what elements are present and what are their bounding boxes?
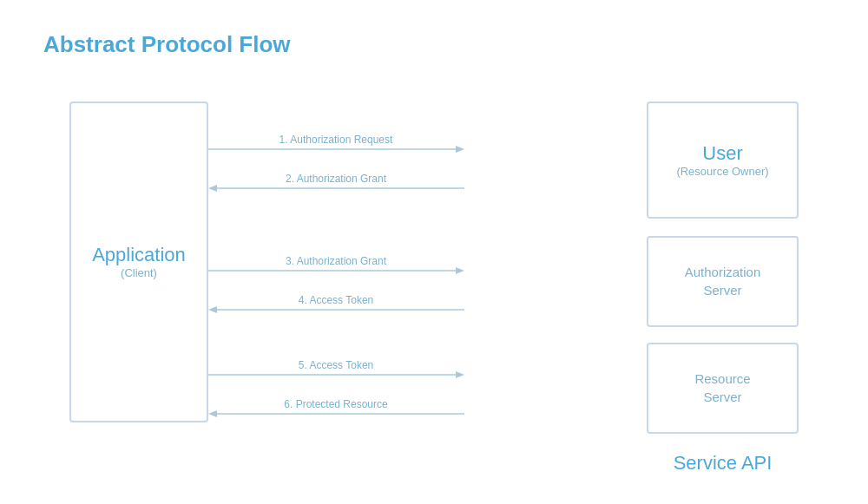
flow-area: Application (Client) User (Resource Owne… <box>35 75 833 475</box>
user-box: User (Resource Owner) <box>647 101 799 219</box>
svg-marker-13 <box>456 371 464 378</box>
arrows-svg: 1. Authorization Request 2. Authorizatio… <box>208 101 612 422</box>
resource-server-label: Resource Server <box>694 370 750 406</box>
svg-marker-16 <box>208 410 217 417</box>
application-label: Application <box>92 244 186 266</box>
svg-text:3. Authorization Grant: 3. Authorization Grant <box>286 255 387 267</box>
svg-marker-1 <box>456 146 464 153</box>
user-label: User <box>702 142 742 165</box>
svg-text:5. Access Token: 5. Access Token <box>299 359 374 371</box>
user-sub-label: (Resource Owner) <box>676 165 768 178</box>
page-title: Abstract Protocol Flow <box>43 31 833 58</box>
svg-text:1. Authorization Request: 1. Authorization Request <box>279 134 393 146</box>
application-sub-label: (Client) <box>121 266 157 279</box>
svg-marker-10 <box>208 306 217 313</box>
svg-text:2. Authorization Grant: 2. Authorization Grant <box>286 173 387 185</box>
svg-text:6. Protected Resource: 6. Protected Resource <box>284 398 388 410</box>
diagram-container: Abstract Protocol Flow Application (Clie… <box>17 14 851 491</box>
resource-server-box: Resource Server <box>647 343 799 434</box>
svg-marker-7 <box>456 267 464 274</box>
svg-text:4. Access Token: 4. Access Token <box>299 294 374 306</box>
auth-server-label: Authorization Server <box>685 263 761 299</box>
auth-server-box: Authorization Server <box>647 236 799 327</box>
service-api-label: Service API <box>647 452 799 475</box>
svg-marker-4 <box>208 185 217 192</box>
application-box: Application (Client) <box>69 101 208 422</box>
